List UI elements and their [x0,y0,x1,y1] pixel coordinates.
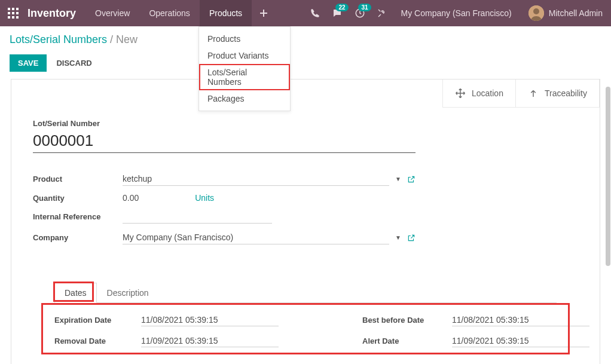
notebook-tabs: Dates Description [54,283,557,303]
tools-icon[interactable] [371,0,393,26]
internal-reference-input[interactable] [123,210,272,224]
menu-packages[interactable]: Packages [199,90,290,107]
activities-icon[interactable]: 31 [349,0,371,26]
svg-rect-7 [12,16,14,19]
menu-product-variants[interactable]: Product Variants [199,47,290,64]
stat-traceability-button[interactable]: Traceability [516,79,600,108]
menu-lots-serial-numbers[interactable]: Lots/Serial Numbers [199,64,290,90]
messages-badge: 22 [335,4,348,11]
units-link[interactable]: Units [195,193,214,203]
external-link-icon[interactable] [407,234,416,242]
tab-description[interactable]: Description [97,283,159,303]
lot-number-input[interactable] [33,128,416,153]
tab-dates[interactable]: Dates [54,283,97,303]
nav-operations[interactable]: Operations [139,0,199,26]
nav-products[interactable]: Products [200,0,252,26]
internal-reference-label: Internal Reference [33,206,123,227]
menu-products[interactable]: Products [199,30,290,47]
company-selector[interactable]: My Company (San Francisco) [393,8,520,18]
form-sheet: Location Traceability Lot/Serial Number … [11,79,600,364]
alert-date-label: Alert Date [362,337,452,345]
best-before-date-input[interactable] [452,314,589,326]
user-name: Mitchell Admin [549,8,603,18]
move-icon [455,88,466,99]
svg-rect-4 [12,12,14,14]
nav-overview[interactable]: Overview [85,0,139,26]
control-bar: Lots/Serial Numbers / New SAVE DISCARD [0,26,611,80]
products-dropdown: Products Product Variants Lots/Serial Nu… [198,26,291,111]
quantity-value: 0.00 [123,193,139,203]
top-navbar: Inventory Overview Operations Products 2… [0,0,611,26]
messages-icon[interactable]: 22 [326,0,349,26]
caret-down-icon[interactable]: ▼ [395,234,401,241]
external-link-icon[interactable] [407,175,416,183]
product-input[interactable] [123,172,389,186]
alert-date-input[interactable] [452,335,589,347]
company-input[interactable] [123,231,389,244]
caret-down-icon[interactable]: ▼ [395,176,401,182]
removal-date-label: Removal Date [54,337,141,345]
breadcrumb-parent[interactable]: Lots/Serial Numbers [10,33,107,45]
discard-button[interactable]: DISCARD [56,59,91,68]
best-before-date-label: Best before Date [362,316,452,325]
avatar [528,5,544,21]
breadcrumb: Lots/Serial Numbers / New [10,33,601,46]
svg-point-11 [533,8,539,14]
svg-rect-1 [12,8,14,10]
expiration-date-label: Expiration Date [54,316,141,325]
app-brand[interactable]: Inventory [26,7,85,20]
activities-badge: 31 [358,4,371,11]
dates-pane: Expiration Date Best before Date Removal… [54,314,557,347]
nav-new-icon[interactable] [252,0,276,26]
svg-rect-2 [16,8,19,10]
svg-rect-0 [8,8,10,10]
lot-number-label: Lot/Serial Number [33,119,578,128]
save-button[interactable]: SAVE [10,54,47,72]
product-label: Product [33,169,123,189]
phone-icon[interactable] [304,0,326,26]
scrollbar[interactable] [606,87,610,266]
stat-location-button[interactable]: Location [443,79,516,108]
company-label: Company [33,227,123,248]
svg-rect-8 [16,16,19,19]
svg-rect-5 [16,12,19,14]
svg-rect-6 [8,16,10,19]
expiration-date-input[interactable] [141,314,279,326]
arrow-up-icon [528,88,539,99]
quantity-label: Quantity [33,189,123,206]
svg-rect-3 [8,12,10,14]
removal-date-input[interactable] [141,335,279,347]
user-menu[interactable]: Mitchell Admin [520,5,611,21]
apps-icon[interactable] [0,0,26,26]
breadcrumb-current: New [116,33,138,45]
